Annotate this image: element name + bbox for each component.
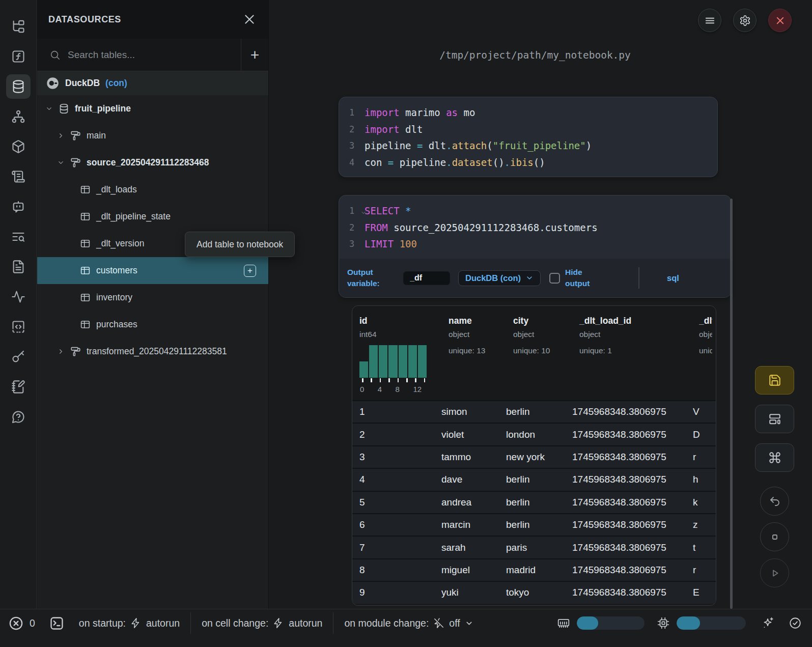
code-cell-imports[interactable]: 1import marimo as mo2import dlt3pipeline… bbox=[339, 97, 718, 177]
error-indicator[interactable]: 0 bbox=[8, 615, 35, 631]
cell-name: yuki bbox=[441, 587, 506, 598]
engine-select[interactable]: DuckDB (con) bbox=[458, 270, 541, 286]
file-text-icon[interactable] bbox=[4, 251, 33, 282]
notebook-pen-icon[interactable] bbox=[4, 372, 33, 402]
column-header-name[interactable]: nameobjectunique: 13 bbox=[449, 316, 485, 355]
tree-item-label: _dlt_version bbox=[96, 238, 144, 249]
notebook-scrollbar[interactable] bbox=[730, 199, 733, 609]
cell-id: 4 bbox=[352, 474, 441, 485]
file-tree-icon[interactable] bbox=[4, 11, 33, 41]
layout-button[interactable] bbox=[755, 405, 794, 433]
cell-id: 3 bbox=[352, 452, 441, 463]
table-row: 8miguelmadrid1745968348.3806975r bbox=[352, 558, 716, 581]
cell-city: berlin bbox=[506, 497, 572, 508]
menu-button[interactable] bbox=[698, 9, 721, 32]
hide-output-checkbox[interactable] bbox=[549, 273, 560, 284]
code-square-icon[interactable] bbox=[4, 312, 33, 342]
table-row: 1simonberlin1745968348.3806975V bbox=[352, 400, 716, 423]
table-row: 7sarahparis1745968348.3806975t bbox=[352, 536, 716, 558]
chevron-down-icon[interactable] bbox=[45, 105, 59, 112]
cell-city: london bbox=[506, 429, 572, 440]
cell-city: berlin bbox=[506, 519, 572, 530]
tree-item-transformed_202504291112283581[interactable]: transformed_202504291112283581 bbox=[37, 338, 268, 365]
add-datasource-button[interactable]: + bbox=[241, 39, 268, 71]
column-header-id[interactable]: idint6404812 bbox=[359, 316, 427, 394]
bot-chat-icon[interactable] bbox=[4, 191, 33, 221]
tree-item-_dlt_loads[interactable]: _dlt_loads bbox=[37, 176, 268, 203]
table-icon bbox=[80, 292, 92, 303]
code-line[interactable]: 3LIMIT 100 bbox=[339, 236, 731, 252]
stop-button[interactable] bbox=[760, 522, 789, 551]
chevron-right-icon[interactable] bbox=[57, 132, 70, 139]
on-startup-toggle[interactable]: on startup: autorun bbox=[79, 617, 180, 629]
datasources-icon[interactable] bbox=[4, 71, 33, 101]
cell-language-badge[interactable]: sql bbox=[667, 273, 679, 283]
code-line[interactable]: 3pipeline = dlt.attach("fruit_pipeline") bbox=[339, 137, 717, 154]
terminal-button[interactable] bbox=[49, 615, 65, 631]
code-line[interactable]: 1SELECT * bbox=[339, 203, 731, 219]
output-variable-label: Output variable: bbox=[347, 267, 386, 290]
close-panel-icon[interactable] bbox=[243, 13, 256, 26]
list-search-icon[interactable] bbox=[4, 221, 33, 251]
shutdown-button[interactable] bbox=[768, 9, 792, 32]
activity-icon[interactable] bbox=[4, 282, 33, 312]
save-button[interactable] bbox=[755, 366, 794, 395]
settings-button[interactable] bbox=[733, 9, 757, 32]
scroll-text-icon[interactable] bbox=[4, 161, 33, 191]
tree-item-label: inventory bbox=[96, 292, 132, 303]
code-line[interactable]: 1import marimo as mo bbox=[339, 104, 717, 121]
tree-item-customers[interactable]: customers+ bbox=[37, 257, 268, 284]
cell-id: 2 bbox=[352, 429, 441, 440]
network-icon[interactable] bbox=[4, 101, 33, 131]
sql-cell-footer: Output variable: DuckDB (con) Hide outpu… bbox=[339, 259, 731, 297]
fold-cell-icon[interactable] bbox=[360, 210, 367, 216]
line-number: 2 bbox=[339, 124, 365, 134]
column-header-_dlt_load_id[interactable]: _dlt_load_idobjectunique: 1 bbox=[579, 316, 631, 355]
cell-city: madrid bbox=[506, 565, 572, 576]
code-line[interactable]: 4con = pipeline.dataset().ibis() bbox=[339, 154, 717, 171]
function-square-icon[interactable] bbox=[4, 41, 33, 71]
help-circle-icon[interactable] bbox=[4, 402, 33, 432]
chevron-down-icon bbox=[525, 274, 534, 282]
cpu-meter bbox=[677, 616, 746, 630]
cell-name: tammo bbox=[441, 452, 506, 463]
output-variable-input[interactable] bbox=[403, 271, 450, 285]
cell-id: 7 bbox=[352, 542, 441, 553]
tree-item-purchases[interactable]: purchases bbox=[37, 311, 268, 338]
line-number: 2 bbox=[339, 222, 365, 233]
table-icon bbox=[80, 184, 92, 195]
code-line[interactable]: 2import dlt bbox=[339, 121, 717, 138]
schema-icon bbox=[70, 346, 82, 357]
ai-sparkles-icon[interactable] bbox=[761, 616, 774, 630]
chevron-right-icon[interactable] bbox=[57, 348, 70, 355]
add-table-button[interactable]: + bbox=[244, 265, 256, 277]
tree-item-main[interactable]: main bbox=[37, 122, 268, 149]
undo-button[interactable] bbox=[760, 487, 789, 516]
connection-row[interactable]: DuckDB (con) bbox=[37, 71, 268, 95]
column-header-city[interactable]: cityobjectunique: 10 bbox=[513, 316, 550, 355]
search-tables-input[interactable] bbox=[68, 49, 241, 61]
on-module-change-toggle[interactable]: on module change: off bbox=[344, 617, 473, 629]
tree-item-inventory[interactable]: inventory bbox=[37, 284, 268, 311]
key-icon[interactable] bbox=[4, 342, 33, 372]
sql-cell[interactable]: 1SELECT *2FROM source_202504291112283468… bbox=[339, 195, 732, 298]
table-row: 5andreaberlin1745968348.3806975k bbox=[352, 491, 716, 513]
code-line[interactable]: 2FROM source_202504291112283468.customer… bbox=[339, 219, 731, 236]
table-row: 3tammonew york1745968348.3806975r bbox=[352, 445, 716, 468]
table-icon bbox=[80, 319, 92, 330]
tree-item-_dlt_pipeline_state[interactable]: _dlt_pipeline_state bbox=[37, 203, 268, 230]
datasource-tree: fruit_pipelinemainsource_202504291112283… bbox=[37, 95, 268, 365]
check-circle-icon[interactable] bbox=[789, 616, 802, 630]
error-count: 0 bbox=[30, 617, 35, 629]
box-icon[interactable] bbox=[4, 131, 33, 161]
tree-item-source_202504291112283468[interactable]: source_202504291112283468 bbox=[37, 149, 268, 176]
column-header-_dlt_id[interactable]: _dlt_idobjectunique: 13 bbox=[699, 316, 712, 355]
command-palette-button[interactable] bbox=[755, 443, 794, 472]
run-button[interactable] bbox=[760, 558, 789, 587]
table-row: 4daveberlin1745968348.3806975h bbox=[352, 468, 716, 490]
on-cell-change-toggle[interactable]: on cell change: autorun bbox=[202, 617, 322, 629]
cell-id: 5 bbox=[352, 497, 441, 508]
tree-item-fruit_pipeline[interactable]: fruit_pipeline bbox=[37, 95, 268, 122]
chevron-down-icon[interactable] bbox=[57, 159, 70, 166]
cell-_dlt_load_id: 1745968348.3806975 bbox=[572, 474, 693, 485]
